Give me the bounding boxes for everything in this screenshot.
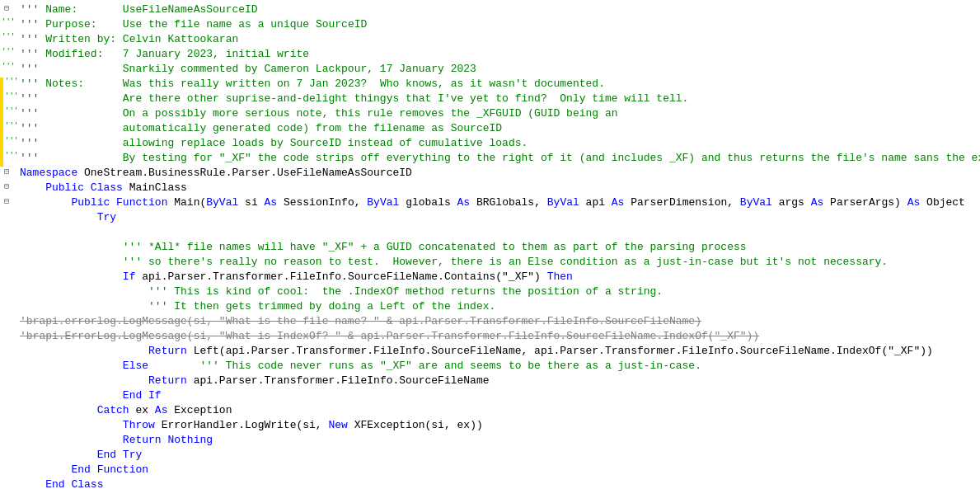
code-line: '''''' By testing for "_XF" the code str… [0,152,980,167]
comment-marker: ''' [5,137,15,145]
code-segment: Name: [45,3,77,16]
code-segment: api.Parser.Transformer.FileInfo.SourceFi… [194,374,490,387]
line-text: ''' Purpose: Use the file name as a uniq… [16,18,980,31]
code-segment: Snarkily commented by Cameron Lackpour, … [39,63,476,75]
code-line: Catch ex As Exception [0,404,980,419]
code-segment: End Function [71,463,148,476]
code-segment [20,463,71,476]
code-line: 'brapi.errorlog.LogMessage(si, "What is … [0,315,980,330]
line-text: ''' automatically generated code) from t… [16,122,980,134]
code-line: ⊟ Public Function Main(ByVal si As Sessi… [0,196,980,211]
code-line: '''''' Notes: Was this really written on… [0,78,980,92]
code-segment: ''' [20,63,39,75]
code-segment: ParserDimension, [631,196,740,209]
code-line: '''''' On a possibly more serious note, … [0,107,980,122]
line-text: Return api.Parser.Transformer.FileInfo.S… [16,374,980,387]
code-segment: End If [123,389,162,402]
line-gutter: ⊟ [0,181,16,191]
code-segment: Namespace [20,167,84,179]
line-text: Namespace OneStream.BusinessRule.Parser.… [16,167,980,179]
code-segment: As [155,404,174,416]
line-text: End If [16,389,980,402]
code-line: Throw ErrorHandler.LogWrite(si, New XFEx… [0,419,980,434]
line-text: Return Left(api.Parser.Transformer.FileI… [16,345,980,357]
code-segment: Return [123,434,168,446]
code-segment: Exception [174,404,232,416]
comment-marker: ''' [5,92,15,101]
comment-marker: ''' [5,152,15,160]
code-line: ⊟ Public Class MainClass [0,181,980,196]
code-segment: ByVal [206,196,245,209]
line-gutter: ⊟ [0,196,16,206]
line-gutter: ''' [0,18,16,26]
code-segment: Notes: [45,78,84,90]
code-segment: Return [148,345,194,357]
line-text: ''' so there's really no reason to test.… [16,256,980,268]
code-segment: UseFileNameAsSourceID [77,3,257,16]
code-segment [20,360,123,372]
comment-marker: ''' [2,48,12,56]
comment-marker: ''' [2,33,12,41]
line-gutter: ''' [0,63,16,71]
code-segment [20,270,123,283]
code-segment: ByVal [740,196,779,209]
code-segment: ByVal [547,196,586,209]
code-segment: On a possibly more serious note, this ru… [39,107,617,120]
code-segment: ''' [20,122,39,134]
line-text: ''' Written by: Celvin Kattookaran [16,33,980,45]
code-line: 'brapi.ErrorLog.LogMessage(si, "What is … [0,330,980,345]
code-segment: globals [406,196,457,209]
code-segment: End Class [45,478,103,489]
collapse-icon[interactable]: ⊟ [2,181,12,191]
code-segment: Class [91,181,129,194]
yellow-indicator-bar [0,78,3,92]
code-line: '''''' Written by: Celvin Kattookaran [0,33,980,48]
code-line: '''''' Modified: 7 January 2023, initial… [0,48,980,63]
code-line: ''' It then gets trimmed by doing a Left… [0,300,980,315]
line-text [16,226,980,238]
code-line: End Function [0,463,980,478]
line-gutter: ''' [0,48,16,56]
code-segment [20,389,123,402]
code-segment: As [907,196,926,209]
yellow-indicator-bar [0,122,3,137]
code-segment: ''' [20,152,39,164]
code-segment: Purpose: [45,18,96,31]
collapse-icon[interactable]: ⊟ [2,196,12,206]
code-segment: ''' This is kind of cool: the .IndexOf m… [20,285,663,298]
line-gutter: ⊟ [0,167,16,176]
code-segment: Main( [174,196,206,209]
code-segment: Else [123,360,200,372]
code-line: '''''' Purpose: Use the file name as a u… [0,18,980,33]
code-segment: api.Parser.Transformer.FileInfo.SourceFi… [142,270,546,283]
collapse-icon[interactable]: ⊟ [2,3,12,13]
code-segment: BRGlobals, [476,196,547,209]
code-segment: ByVal [367,196,406,209]
line-text: ''' Notes: Was this really written on 7 … [16,78,980,90]
line-text: End Class [16,478,980,489]
code-line: '''''' automatically generated code) fro… [0,122,980,137]
code-line: ''' *All* file names will have "_XF" + a… [0,241,980,256]
line-gutter: ⊟ [0,3,16,13]
collapse-icon[interactable]: ⊟ [2,167,12,176]
code-segment: Throw [123,419,162,431]
code-segment: ParserArgs) [830,196,907,209]
code-line: End Class [0,478,980,489]
line-text: Return Nothing [16,434,980,446]
line-text: End Function [16,463,980,476]
yellow-indicator-bar [0,152,3,167]
code-segment [20,449,97,461]
line-text: Catch ex As Exception [16,404,980,416]
code-segment: ''' [20,3,45,16]
code-segment [20,181,45,194]
yellow-indicator-bar [0,92,3,107]
code-segment: Try [97,211,116,223]
code-segment: Left(api.Parser.Transformer.FileInfo.Sou… [194,345,933,357]
code-segment [20,478,45,489]
comment-marker: ''' [2,63,12,71]
line-text: ''' Are there other suprise-and-delight … [16,92,980,105]
code-line: Return Left(api.Parser.Transformer.FileI… [0,345,980,360]
code-segment [20,196,71,209]
code-segment [20,434,123,446]
line-text: ''' *All* file names will have "_XF" + a… [16,241,980,253]
